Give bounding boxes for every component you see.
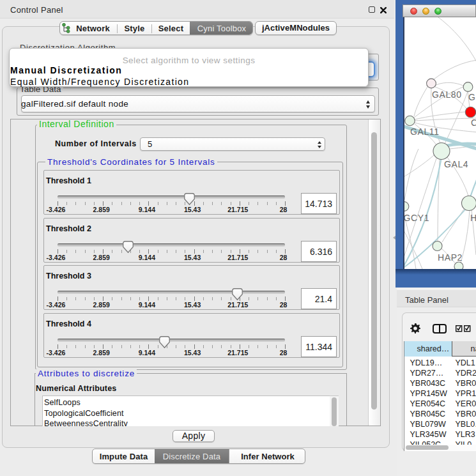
svg-text:GAL4: GAL4 — [444, 159, 468, 169]
svg-text:HAP2: HAP2 — [438, 252, 463, 263]
svg-text:C: C — [471, 118, 476, 128]
svg-text:G.: G. — [468, 92, 476, 102]
svg-text:GCY1: GCY1 — [404, 213, 429, 223]
svg-text:H: H — [470, 213, 476, 223]
svg-text:GAL11: GAL11 — [410, 127, 440, 137]
svg-text:GAL80: GAL80 — [432, 89, 462, 100]
